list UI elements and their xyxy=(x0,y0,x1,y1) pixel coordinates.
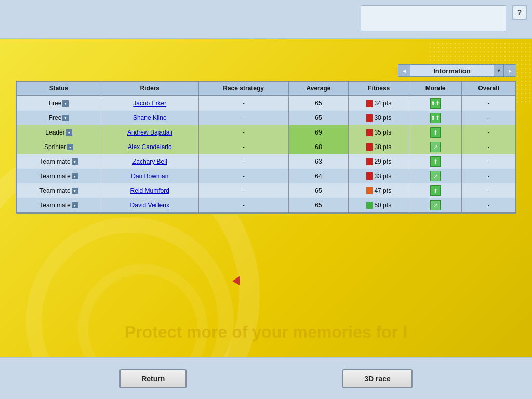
table-row-status[interactable]: Team mate▼ xyxy=(17,198,101,212)
table-row-status[interactable]: Sprinter▼ xyxy=(17,140,101,154)
table-row-fitness: 30 pts xyxy=(349,111,409,125)
table-row-rider[interactable]: Shane Kline xyxy=(101,111,199,125)
rider-name-link[interactable]: David Veilleux xyxy=(130,202,169,209)
status-dropdown-arrow[interactable]: ▼ xyxy=(62,115,69,121)
status-dropdown-arrow[interactable]: ▼ xyxy=(62,100,69,107)
table-row-status[interactable]: Leader▼ xyxy=(17,125,101,140)
table-row-fitness: 29 pts xyxy=(349,154,409,169)
morale-arrow-icon: ⬆ xyxy=(430,185,441,196)
nav-dropdown-button[interactable]: ▼ xyxy=(494,64,504,77)
morale-arrow-icon: ⬆⬆ xyxy=(430,98,441,109)
fitness-pts: 29 pts xyxy=(374,158,391,165)
table-row-overall: - xyxy=(462,183,516,198)
table-row-strategy: - xyxy=(198,96,288,111)
table-row-rider[interactable]: Zachary Bell xyxy=(101,154,199,169)
table-row-rider[interactable]: Alex Candelario xyxy=(101,140,199,154)
riders-table: Status Riders Race strategy Average Fitn… xyxy=(17,82,515,212)
table-row-average: 65 xyxy=(288,198,349,212)
col-status: Status xyxy=(17,82,101,96)
table-row-overall: - xyxy=(462,96,516,111)
table-row-average: 68 xyxy=(288,140,349,154)
nav-section-label: Information xyxy=(410,64,494,77)
table-row-fitness: 50 pts xyxy=(349,198,409,212)
top-bar: ? xyxy=(0,0,532,39)
table-row-overall: - xyxy=(462,125,516,140)
morale-arrow-icon: ↗ xyxy=(430,142,441,152)
col-average: Average xyxy=(288,82,349,96)
fitness-pts: 33 pts xyxy=(374,172,391,180)
rider-name-link[interactable]: Jacob Erker xyxy=(133,100,166,107)
help-button[interactable]: ? xyxy=(512,5,527,20)
table-row-fitness: 35 pts xyxy=(349,125,409,140)
table-row-average: 65 xyxy=(288,96,349,111)
table-row-rider[interactable]: Dan Bowman xyxy=(101,169,199,183)
fitness-bar-icon xyxy=(366,100,373,107)
table-row-morale: ↗ xyxy=(409,169,462,183)
fitness-pts: 35 pts xyxy=(374,129,391,136)
table-body: Free▼Jacob Erker-6534 pts⬆⬆-Free▼Shane K… xyxy=(17,96,515,212)
rider-name-link[interactable]: Zachary Bell xyxy=(132,158,167,165)
rider-name-link[interactable]: Alex Candelario xyxy=(128,143,172,151)
table-row-status[interactable]: Team mate▼ xyxy=(17,183,101,198)
table-row-strategy: - xyxy=(198,154,288,169)
table-row-rider[interactable]: Jacob Erker xyxy=(101,96,199,111)
table-row-strategy: - xyxy=(198,125,288,140)
fitness-pts: 38 pts xyxy=(374,143,391,151)
status-dropdown-arrow[interactable]: ▼ xyxy=(72,158,78,165)
morale-arrow-icon: ⬆ xyxy=(430,127,441,138)
table-row-status[interactable]: Free▼ xyxy=(17,111,101,125)
status-dropdown-arrow[interactable]: ▼ xyxy=(72,202,78,208)
col-fitness: Fitness xyxy=(349,82,409,96)
return-button[interactable]: Return xyxy=(119,369,187,388)
race-button[interactable]: 3D race xyxy=(342,369,413,388)
fitness-pts: 34 pts xyxy=(374,100,391,107)
table-row-rider[interactable]: Reid Mumford xyxy=(101,183,199,198)
table-header: Status Riders Race strategy Average Fitn… xyxy=(17,82,515,96)
morale-arrow-icon: ↗ xyxy=(430,200,441,210)
rider-name-link[interactable]: Reid Mumford xyxy=(130,187,169,194)
table-row-rider[interactable]: David Veilleux xyxy=(101,198,199,212)
table-row-morale: ⬆ xyxy=(409,125,462,140)
fitness-bar-icon xyxy=(366,187,373,194)
table-row-average: 69 xyxy=(288,125,349,140)
fitness-bar-icon xyxy=(366,114,373,122)
col-riders: Riders xyxy=(101,82,199,96)
fitness-bar-icon xyxy=(366,143,373,151)
table-row-rider[interactable]: Andrew Bajadali xyxy=(101,125,199,140)
nav-next-button[interactable]: ► xyxy=(504,64,516,77)
status-dropdown-arrow[interactable]: ▼ xyxy=(67,144,73,150)
table-row-overall: - xyxy=(462,111,516,125)
table-row-strategy: - xyxy=(198,198,288,212)
fitness-bar-icon xyxy=(366,202,373,209)
table-row-average: 65 xyxy=(288,111,349,125)
status-dropdown-arrow[interactable]: ▼ xyxy=(72,173,78,179)
col-morale: Morale xyxy=(409,82,462,96)
rider-name-link[interactable]: Dan Bowman xyxy=(131,172,168,180)
rider-name-link[interactable]: Andrew Bajadali xyxy=(127,129,172,136)
fitness-pts: 30 pts xyxy=(374,114,391,122)
table-row-overall: - xyxy=(462,140,516,154)
table-row-fitness: 33 pts xyxy=(349,169,409,183)
table-row-status[interactable]: Free▼ xyxy=(17,96,101,111)
table-row-morale: ↗ xyxy=(409,140,462,154)
table-row-status[interactable]: Team mate▼ xyxy=(17,169,101,183)
info-panel xyxy=(361,5,506,31)
table-row-strategy: - xyxy=(198,140,288,154)
rider-name-link[interactable]: Shane Kline xyxy=(133,114,167,122)
table-row-average: 65 xyxy=(288,183,349,198)
col-strategy: Race strategy xyxy=(198,82,288,96)
status-dropdown-arrow[interactable]: ▼ xyxy=(66,129,72,136)
table-row-fitness: 38 pts xyxy=(349,140,409,154)
table-row-average: 64 xyxy=(288,169,349,183)
nav-prev-button[interactable]: ◄ xyxy=(398,64,410,77)
col-overall: Overall xyxy=(462,82,516,96)
fitness-bar-icon xyxy=(366,158,373,165)
morale-arrow-icon: ⬆⬆ xyxy=(430,113,441,123)
fitness-pts: 50 pts xyxy=(374,202,391,209)
fitness-bar-icon xyxy=(366,172,373,180)
table-row-status[interactable]: Team mate▼ xyxy=(17,154,101,169)
table-row-morale: ⬆ xyxy=(409,183,462,198)
riders-table-container: Status Riders Race strategy Average Fitn… xyxy=(16,81,516,214)
table-row-morale: ↗ xyxy=(409,198,462,212)
status-dropdown-arrow[interactable]: ▼ xyxy=(72,188,78,194)
